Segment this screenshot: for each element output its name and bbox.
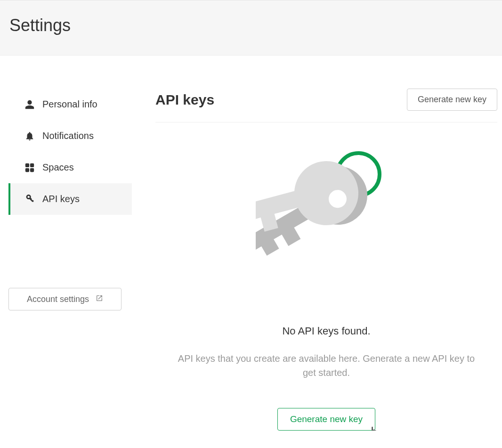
generate-key-button-top[interactable]: Generate new key bbox=[407, 89, 497, 111]
generate-key-button-main-label: Generate new key bbox=[290, 414, 363, 424]
svg-rect-0 bbox=[26, 163, 29, 166]
page-header: Settings bbox=[0, 0, 502, 56]
sidebar-item-label: Personal info bbox=[42, 99, 97, 110]
bell-icon bbox=[24, 131, 35, 141]
svg-rect-2 bbox=[26, 168, 29, 171]
key-icon bbox=[24, 194, 35, 204]
svg-rect-1 bbox=[31, 163, 33, 166]
main-title: API keys bbox=[155, 92, 214, 108]
sidebar-item-spaces[interactable]: Spaces bbox=[8, 152, 132, 183]
person-icon bbox=[24, 99, 35, 110]
external-link-icon bbox=[96, 294, 103, 304]
main-content: API keys Generate new key bbox=[132, 89, 502, 431]
keys-illustration-icon bbox=[256, 151, 397, 311]
generate-key-button-main[interactable]: Generate new key bbox=[277, 408, 375, 431]
sidebar-item-label: Notifications bbox=[42, 130, 94, 141]
empty-state-description: API keys that you create are available h… bbox=[174, 351, 478, 380]
sidebar-item-label: Spaces bbox=[42, 162, 74, 173]
svg-rect-3 bbox=[31, 168, 33, 171]
sidebar-item-notifications[interactable]: Notifications bbox=[8, 120, 132, 152]
sidebar-nav: Personal info Notifications Spaces API k… bbox=[8, 89, 132, 215]
main-header: API keys Generate new key bbox=[155, 89, 497, 122]
empty-state-title: No API keys found. bbox=[155, 325, 497, 337]
sidebar-item-label: API keys bbox=[42, 194, 80, 204]
sidebar-item-api-keys[interactable]: API keys bbox=[8, 183, 132, 215]
account-settings-label: Account settings bbox=[27, 294, 89, 304]
content-wrapper: Personal info Notifications Spaces API k… bbox=[0, 56, 502, 431]
page-title: Settings bbox=[9, 16, 493, 35]
sidebar: Personal info Notifications Spaces API k… bbox=[0, 89, 132, 310]
grid-icon bbox=[24, 163, 35, 173]
sidebar-item-personal-info[interactable]: Personal info bbox=[8, 89, 132, 120]
cursor-pointer-icon bbox=[368, 426, 379, 431]
empty-state: No API keys found. API keys that you cre… bbox=[155, 122, 497, 431]
account-settings-button[interactable]: Account settings bbox=[8, 288, 121, 310]
